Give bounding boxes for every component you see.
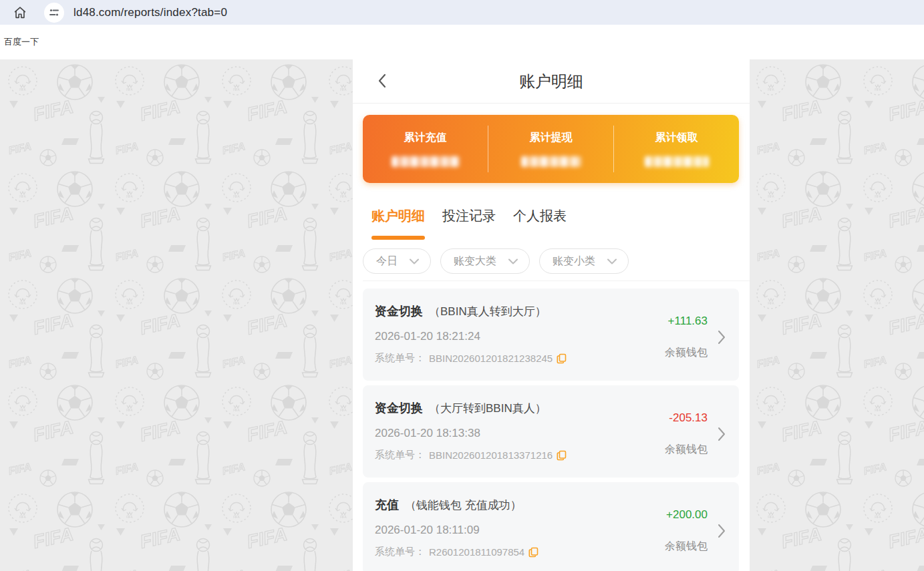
filter-label: 账变大类 [454, 254, 496, 268]
home-icon [13, 5, 27, 20]
chevron-left-icon [377, 73, 388, 89]
transaction-info: 充值 （钱能钱包 充值成功） 2026-01-20 18:11:09 系统单号：… [375, 497, 665, 571]
transaction-description: （大厅转到BBIN真人） [429, 401, 547, 416]
url-bar[interactable]: ld48.com/reports/index?tab=0 [73, 6, 227, 19]
transaction-info: 资金切换 （BBIN真人转到大厅） 2026-01-20 18:21:24 系统… [375, 303, 665, 381]
back-button[interactable] [370, 69, 394, 93]
tune-icon [49, 7, 59, 18]
filter-label: 今日 [376, 254, 398, 268]
panel-header: 账户明细 [353, 59, 750, 104]
order-number-label: 系统单号： [375, 449, 425, 461]
filter-major-category-dropdown[interactable]: 账变大类 [440, 248, 530, 274]
order-number-label: 系统单号： [375, 546, 425, 558]
transaction-datetime: 2026-01-20 18:21:24 [375, 330, 665, 343]
summary-label: 累计充值 [404, 131, 447, 145]
wallet-name: 余额钱包 [665, 540, 708, 554]
filter-label: 账变小类 [553, 254, 595, 268]
summary-card: 累计充值 累计提现 累计领取 [363, 115, 739, 183]
summary-value-redacted [645, 156, 709, 167]
transaction-type: 资金切换 [375, 303, 423, 319]
chevron-right-icon [718, 524, 726, 538]
copy-icon[interactable] [557, 450, 567, 461]
transaction-summary: -205.13 余额钱包 [665, 400, 726, 478]
transaction-description: （钱能钱包 充值成功） [405, 498, 522, 513]
order-number-value: BBIN202601201821238245 [429, 353, 553, 364]
summary-value-redacted [521, 156, 581, 167]
amount: -205.13 [669, 411, 708, 425]
amount: +111.63 [668, 315, 708, 328]
chevron-right-icon [718, 330, 726, 345]
tab-bet-records[interactable]: 投注记录 [442, 207, 496, 240]
chevron-down-icon [607, 258, 617, 264]
copy-icon[interactable] [557, 353, 567, 364]
bookmarks-bar: 百度一下 [0, 25, 924, 59]
transaction-type: 充值 [375, 497, 399, 513]
summary-label: 累计提现 [530, 131, 573, 145]
home-button[interactable] [8, 3, 32, 23]
transaction-type: 资金切换 [375, 400, 423, 416]
active-tab-underline [371, 236, 425, 240]
chevron-right-icon [718, 427, 726, 441]
filter-date-dropdown[interactable]: 今日 [363, 248, 431, 274]
copy-icon[interactable] [528, 547, 538, 558]
bookmark-baidu[interactable]: 百度一下 [3, 33, 40, 51]
transaction-list: 资金切换 （BBIN真人转到大厅） 2026-01-20 18:21:24 系统… [353, 281, 750, 571]
page-background: FIFA FIFA [0, 59, 924, 571]
order-number-value: R2601201811097854 [429, 546, 524, 558]
site-info-button[interactable] [44, 3, 64, 23]
account-detail-panel: 账户明细 累计充值 累计提现 累计领取 账户明细 [353, 59, 750, 571]
browser-toolbar: ld48.com/reports/index?tab=0 [0, 0, 924, 25]
chevron-down-icon [410, 258, 419, 264]
filters: 今日 账变大类 账变小类 [363, 248, 750, 281]
order-number-value: BBIN202601201813371216 [429, 449, 553, 461]
chevron-down-icon [508, 258, 518, 264]
transaction-card[interactable]: 充值 （钱能钱包 充值成功） 2026-01-20 18:11:09 系统单号：… [363, 482, 739, 571]
tab-label: 账户明细 [371, 207, 425, 225]
summary-value-redacted [392, 156, 460, 167]
filter-minor-category-dropdown[interactable]: 账变小类 [539, 248, 629, 274]
wallet-name: 余额钱包 [665, 443, 708, 457]
tab-account-detail[interactable]: 账户明细 [371, 207, 425, 240]
tab-personal-report[interactable]: 个人报表 [513, 207, 567, 240]
order-number-label: 系统单号： [375, 352, 425, 365]
amount: +200.00 [666, 508, 708, 522]
transaction-summary: +200.00 余额钱包 [665, 497, 726, 571]
summary-total-deposit: 累计充值 [363, 115, 488, 183]
summary-label: 累计领取 [655, 131, 698, 145]
transaction-info: 资金切换 （大厅转到BBIN真人） 2026-01-20 18:13:38 系统… [375, 400, 665, 478]
transaction-card[interactable]: 资金切换 （大厅转到BBIN真人） 2026-01-20 18:13:38 系统… [363, 385, 739, 478]
page-title: 账户明细 [519, 71, 583, 92]
transaction-datetime: 2026-01-20 18:13:38 [375, 427, 665, 440]
tab-label: 投注记录 [442, 207, 496, 225]
tab-label: 个人报表 [513, 207, 567, 225]
transaction-description: （BBIN真人转到大厅） [429, 304, 547, 319]
wallet-name: 余额钱包 [665, 346, 708, 360]
transaction-card[interactable]: 资金切换 （BBIN真人转到大厅） 2026-01-20 18:21:24 系统… [363, 289, 739, 381]
transaction-summary: +111.63 余额钱包 [665, 303, 726, 381]
tabs: 账户明细 投注记录 个人报表 [371, 207, 750, 240]
transaction-datetime: 2026-01-20 18:11:09 [375, 524, 665, 537]
summary-total-claimed: 累计领取 [614, 115, 739, 183]
summary-total-withdraw: 累计提现 [488, 115, 613, 183]
